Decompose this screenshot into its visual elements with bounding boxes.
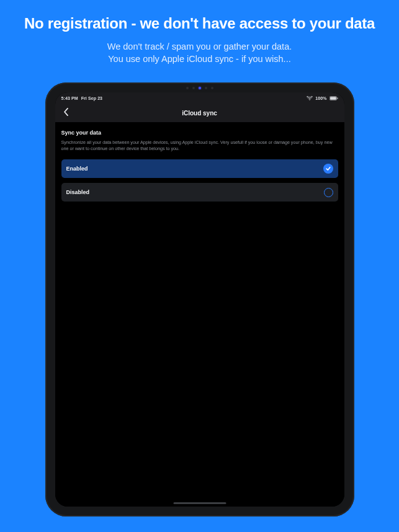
- ipad-frame: 5:43 PM Fri Sep 23 100%: [45, 82, 354, 516]
- ipad-screen: 5:43 PM Fri Sep 23 100%: [55, 92, 344, 507]
- subhead-line-2: You use only Apple iCloud sync - if you …: [108, 54, 290, 64]
- back-button[interactable]: [60, 107, 73, 119]
- subhead-line-1: We don't track / spam you or gather your…: [107, 42, 292, 51]
- status-left: 5:43 PM Fri Sep 23: [61, 96, 103, 100]
- promo-page: No registration - we don't have access t…: [0, 0, 399, 532]
- option-disabled-label: Disabled: [66, 189, 90, 195]
- camera-dot: [186, 87, 189, 89]
- checkmark-icon: [323, 164, 333, 174]
- home-indicator: [173, 502, 226, 504]
- promo-headline: No registration - we don't have access t…: [24, 15, 375, 32]
- battery-percent: 100%: [315, 96, 326, 100]
- status-right: 100%: [307, 96, 338, 100]
- camera-dot: [205, 87, 207, 89]
- section-title: Sync your data: [61, 130, 338, 136]
- option-enabled[interactable]: Enabled: [61, 159, 338, 178]
- page-title: iCloud sync: [182, 110, 217, 117]
- ipad-camera-bar: [186, 87, 213, 89]
- chevron-left-icon: [63, 107, 69, 118]
- camera-dot: [192, 87, 195, 89]
- nav-bar: iCloud sync: [55, 104, 344, 122]
- section-description: Synchronize all your data between your A…: [61, 140, 338, 152]
- status-bar: 5:43 PM Fri Sep 23 100%: [55, 92, 344, 104]
- camera-dot-center: [199, 87, 201, 89]
- content-area: Sync your data Synchronize all your data…: [55, 122, 344, 507]
- promo-subhead: We don't track / spam you or gather your…: [107, 41, 292, 65]
- status-date: Fri Sep 23: [81, 96, 102, 100]
- radio-empty-icon: [324, 188, 333, 197]
- battery-icon: [330, 96, 338, 100]
- svg-rect-1: [330, 97, 336, 99]
- option-enabled-label: Enabled: [66, 166, 88, 172]
- svg-rect-2: [337, 97, 338, 99]
- camera-dot: [211, 87, 213, 89]
- status-time: 5:43 PM: [61, 96, 78, 100]
- option-disabled[interactable]: Disabled: [61, 183, 338, 202]
- wifi-icon: [307, 96, 313, 100]
